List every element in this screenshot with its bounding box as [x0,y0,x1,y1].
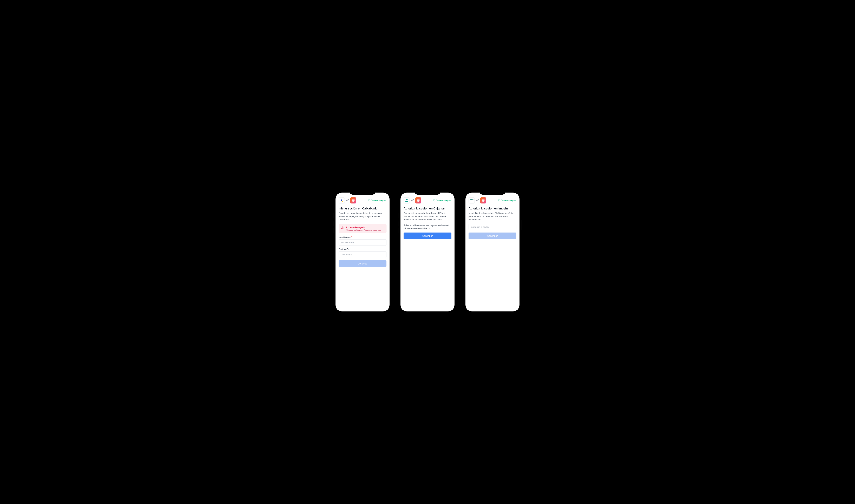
screen-caixabank: Conexión segura Iniciar sesión en Caixab… [335,193,389,311]
svg-point-10 [498,200,500,201]
header-row: Conexión segura [404,197,451,203]
identification-input[interactable] [338,239,386,246]
link-icon [476,199,479,202]
svg-point-7 [406,199,407,200]
page-description: ImaginBank te ha enviado SMS con un códi… [469,212,517,221]
phone-notch [350,191,376,195]
secure-connection-badge: Conexión segura [433,199,451,202]
page-title: Iniciar sesión en Caixabank [338,207,386,210]
otp-code-input[interactable] [469,224,517,230]
svg-point-2 [368,200,370,201]
header-row: Conexión segura [338,197,386,203]
page-description: Accede con los mismos datos de acceso qu… [338,212,386,221]
password-label: Contraseña * [338,248,386,250]
page-description-2: Pulsa en el botón una vez hayas autoriza… [404,224,451,230]
secure-label: Conexión segura [371,199,386,202]
phone-notch [479,191,505,195]
connect-button[interactable]: Conectar [338,260,386,267]
alert-message: Mensaje del banco: Password incorrecto [346,229,381,231]
check-circle-icon [368,199,370,202]
bank-logo-caixabank [338,197,345,203]
phone-mockup-cajamar: Conexión segura Autoriza la sesión en Ca… [398,191,457,313]
secure-label: Conexión segura [436,199,451,202]
password-input[interactable] [338,251,386,258]
alert-title: Acceso denegado [346,226,381,229]
svg-text:imagin: imagin [470,199,473,200]
connection-icons [338,197,356,203]
bank-logo-cajamar [404,197,410,203]
header-row: imagin Conexión segura [469,197,517,203]
phone-mockup-caixabank: Conexión segura Iniciar sesión en Caixab… [333,191,391,313]
phone-mockup-imagin: imagin Conexión segura Autoriza la se [464,191,522,313]
error-alert: Acceso denegado Mensaje del banco: Passw… [338,224,386,233]
connection-icons [404,197,421,203]
svg-point-6 [407,199,408,200]
continue-button[interactable]: Continuar [404,233,451,239]
app-logo [350,197,356,203]
continue-button[interactable]: Continuar [469,233,517,239]
screen-imagin: imagin Conexión segura Autoriza la se [466,193,520,311]
svg-point-5 [406,199,406,200]
identification-label: Identificación * [338,236,386,238]
phone-notch [415,191,440,195]
screen-cajamar: Conexión segura Autoriza la sesión en Ca… [400,193,455,311]
page-title: Autoriza la sesión en imagin [469,207,517,210]
page-title: Autoriza la sesión en Cajamar [404,207,451,210]
check-circle-icon [433,199,435,202]
app-logo [480,197,486,203]
secure-connection-badge: Conexión segura [368,199,386,202]
check-circle-icon [498,199,500,202]
bank-logo-imagin: imagin [469,197,475,203]
secure-label: Conexión segura [501,199,517,202]
alert-triangle-icon [341,226,344,229]
link-icon [346,199,349,202]
secure-connection-badge: Conexión segura [498,199,517,202]
page-description-1: Firmamóvil detectada. Introduzca el PIN … [404,212,451,221]
link-icon [411,199,414,202]
app-logo [415,197,421,203]
svg-point-8 [433,200,435,201]
connection-icons: imagin [469,197,486,203]
svg-point-1 [342,201,343,202]
